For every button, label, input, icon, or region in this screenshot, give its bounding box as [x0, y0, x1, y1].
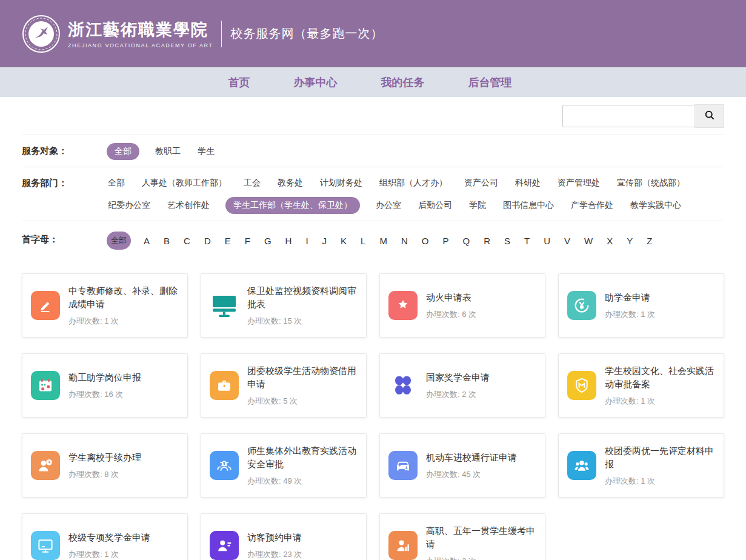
filter-option[interactable]: U: [542, 233, 551, 248]
filter-option[interactable]: D: [203, 233, 212, 248]
briefcase-icon: [210, 371, 239, 400]
filter-option[interactable]: H: [284, 233, 293, 248]
service-card-title: 国家奖学金申请: [426, 371, 490, 384]
filter-option[interactable]: W: [583, 233, 594, 248]
filter-option[interactable]: S: [503, 233, 511, 248]
filter-option[interactable]: 科研处: [514, 175, 542, 191]
clover-icon: [388, 371, 418, 400]
filter-option[interactable]: E: [224, 233, 232, 248]
filter-option[interactable]: L: [359, 233, 367, 248]
filter-option[interactable]: M: [378, 233, 388, 248]
service-card[interactable]: 助学金申请 办理次数: 1 次: [558, 273, 724, 338]
nav-item[interactable]: 我的任务: [381, 75, 425, 90]
service-card[interactable]: 中专教师修改、补录、删除成绩申请 办理次数: 1 次: [22, 273, 188, 338]
service-card-count: 办理次数: 49 次: [247, 476, 358, 487]
service-card[interactable]: 勤工助学岗位申报 办理次数: 16 次: [22, 353, 188, 418]
nav-item[interactable]: 首页: [228, 75, 250, 90]
filter-option[interactable]: 组织部（人才办）: [378, 175, 448, 191]
monitor-outline-icon: [31, 531, 60, 560]
filter-option[interactable]: 艺术创作处: [166, 198, 211, 213]
filter-option[interactable]: Z: [645, 233, 653, 248]
service-card[interactable]: 团委校级学生活动物资借用申请 办理次数: 5 次: [201, 353, 367, 418]
search-button[interactable]: [694, 104, 724, 128]
filter-option[interactable]: 图书信息中心: [502, 198, 555, 213]
filter-option[interactable]: Q: [461, 233, 471, 248]
service-card-title: 助学金申请: [605, 291, 655, 304]
filter-option[interactable]: 教职工: [154, 144, 182, 159]
filter-option[interactable]: R: [482, 233, 491, 248]
filter-option[interactable]: 学生工作部（学生处、保卫处）: [225, 197, 360, 214]
filter-option[interactable]: K: [339, 233, 348, 248]
filter-option[interactable]: O: [421, 233, 430, 248]
filter-option[interactable]: 资产公司: [463, 175, 499, 191]
service-card-title: 中专教师修改、补录、删除成绩申请: [68, 284, 179, 311]
service-card-count: 办理次数: 1 次: [68, 549, 150, 560]
filter-option[interactable]: 教务处: [276, 175, 304, 191]
filter-option[interactable]: 计划财务处: [319, 175, 364, 191]
filter-option[interactable]: T: [523, 233, 531, 248]
filter-option[interactable]: 纪委办公室: [107, 198, 152, 213]
filter-initial-letter: 首字母： 全部ABCDEFGHIJKLMNOPQRSTUVWXYZ: [22, 221, 724, 256]
filter-option[interactable]: 全部: [107, 143, 139, 160]
service-card[interactable]: 保卫处监控视频资料调阅审批表 办理次数: 15 次: [201, 273, 367, 338]
filter-option[interactable]: J: [321, 233, 328, 248]
filter-option[interactable]: 工会: [242, 175, 262, 191]
search-input[interactable]: [562, 105, 694, 127]
initial-letter-options: 全部ABCDEFGHIJKLMNOPQRSTUVWXYZ: [107, 232, 653, 250]
filter-option[interactable]: 教学实践中心: [629, 198, 682, 213]
filter-option[interactable]: 产学合作处: [570, 198, 614, 213]
search-icon: [704, 109, 716, 123]
service-card[interactable]: 国家奖学金申请 办理次数: 2 次: [379, 353, 545, 418]
service-card-count: 办理次数: 6 次: [426, 309, 476, 320]
people-solid-icon: [567, 451, 596, 480]
service-cards-grid: 中专教师修改、补录、删除成绩申请 办理次数: 1 次 保卫处监控视频资料调阅审批…: [22, 273, 724, 560]
service-card-count: 办理次数: 1 次: [68, 316, 179, 327]
filter-option[interactable]: G: [263, 233, 273, 248]
filter-option[interactable]: Y: [625, 233, 634, 248]
service-card[interactable]: 机动车进校通行证申请 办理次数: 45 次: [379, 433, 545, 498]
person-bars-icon: [388, 531, 418, 560]
service-card-count: 办理次数: 15 次: [247, 316, 358, 327]
filter-option[interactable]: N: [400, 233, 409, 248]
service-target-options: 全部教职工学生: [107, 143, 216, 160]
filter-option[interactable]: 学生: [196, 144, 216, 159]
calendar-icon: [31, 371, 60, 400]
pencil-icon: [31, 291, 60, 320]
service-card[interactable]: 学生离校手续办理 办理次数: 8 次: [22, 433, 188, 498]
nav-item[interactable]: 后台管理: [468, 75, 512, 90]
service-card-count: 办理次数: 2 次: [426, 556, 536, 560]
filter-option[interactable]: 资产管理处: [556, 175, 601, 191]
filter-option[interactable]: F: [244, 233, 251, 248]
car-icon: [388, 451, 418, 480]
filter-option[interactable]: C: [182, 233, 191, 248]
filter-option[interactable]: 宣传部（统战部）: [616, 175, 686, 191]
service-card[interactable]: 校级专项奖学金申请 办理次数: 1 次: [22, 513, 188, 560]
filter-option[interactable]: 办公室: [375, 198, 402, 213]
service-card-title: 校级专项奖学金申请: [68, 531, 150, 544]
filter-option[interactable]: 人事处（教师工作部）: [141, 175, 228, 191]
filter-option[interactable]: X: [605, 233, 614, 248]
filter-option[interactable]: 全部: [107, 175, 126, 191]
service-card-title: 保卫处监控视频资料调阅审批表: [247, 284, 358, 311]
filter-option[interactable]: B: [162, 233, 171, 248]
service-card[interactable]: 动火申请表 办理次数: 6 次: [379, 273, 545, 338]
service-card-count: 办理次数: 45 次: [426, 469, 517, 480]
service-card[interactable]: 学生校园文化、社会实践活动审批备案 办理次数: 1 次: [558, 353, 724, 418]
service-card[interactable]: 校团委两优一先评定材料申报 办理次数: 1 次: [558, 433, 724, 498]
service-card[interactable]: 访客预约申请 办理次数: 23 次: [201, 513, 367, 560]
filter-option[interactable]: 后勤公司: [417, 198, 453, 213]
filter-option[interactable]: A: [142, 233, 151, 248]
filter-option[interactable]: 全部: [107, 232, 131, 250]
school-name-block: 浙江藝術職業學院 ZHEJIANG VOCATIONAL ACADEMY OF …: [68, 19, 213, 48]
filter-service-department: 服务部门： 全部人事处（教师工作部）工会教务处计划财务处组织部（人才办）资产公司…: [22, 167, 724, 221]
nav-item[interactable]: 办事中心: [294, 75, 338, 90]
filter-option[interactable]: P: [441, 233, 450, 248]
service-card-count: 办理次数: 1 次: [605, 396, 715, 407]
service-card[interactable]: 师生集体外出教育实践活动安全审批 办理次数: 49 次: [201, 433, 367, 498]
monitor-icon: [210, 291, 239, 320]
filter-label: 服务对象：: [22, 143, 107, 160]
service-card[interactable]: 高职、五年一贯学生缓考申请 办理次数: 2 次: [379, 513, 545, 560]
filter-option[interactable]: 学院: [468, 198, 487, 213]
filter-option[interactable]: I: [304, 233, 309, 248]
filter-option[interactable]: V: [563, 233, 571, 248]
